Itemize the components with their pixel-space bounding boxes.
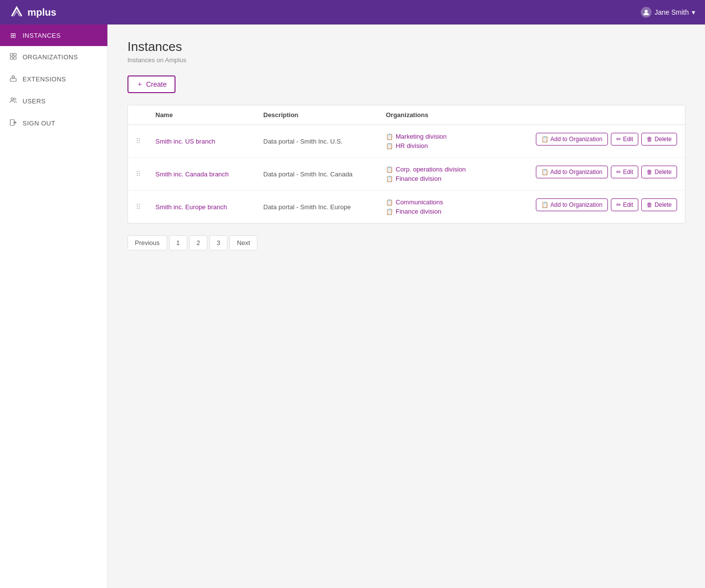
sidebar-item-instances[interactable]: ⊞ INSTANCES bbox=[0, 24, 107, 46]
edit-icon: ✏ bbox=[616, 201, 621, 208]
sidebar-item-organizations[interactable]: ORGANIZATIONS bbox=[0, 46, 107, 68]
add-org-icon: 📋 bbox=[541, 136, 549, 143]
table-row: ⠿ Smith inc. Canada branch Data portal -… bbox=[128, 158, 685, 191]
svg-rect-1 bbox=[10, 53, 13, 56]
org-icon: 📋 bbox=[386, 133, 393, 140]
delete-button[interactable]: 🗑 Delete bbox=[641, 166, 677, 178]
app-body: ⊞ INSTANCES ORGANIZATIONS EXTENSIONS USE… bbox=[0, 24, 705, 588]
drag-handle[interactable]: ⠿ bbox=[136, 203, 155, 211]
app-name: mplus bbox=[27, 7, 56, 18]
add-org-label: Add to Organization bbox=[551, 136, 603, 143]
delete-button[interactable]: 🗑 Delete bbox=[641, 133, 677, 146]
create-button[interactable]: ＋ Create bbox=[127, 75, 176, 93]
svg-point-6 bbox=[11, 98, 14, 100]
delete-label: Delete bbox=[655, 169, 672, 175]
instance-name-cell: Smith inc. Canada branch bbox=[155, 170, 263, 178]
edit-label: Edit bbox=[623, 169, 633, 175]
org-link[interactable]: 📋 Corp. operations division bbox=[386, 166, 466, 173]
create-button-label: Create bbox=[146, 80, 167, 88]
instance-name-link[interactable]: Smith inc. Canada branch bbox=[155, 171, 229, 178]
page-2-button[interactable]: 2 bbox=[189, 235, 207, 250]
edit-button[interactable]: ✏ Edit bbox=[611, 133, 639, 146]
sidebar-item-organizations-label: ORGANIZATIONS bbox=[23, 53, 78, 61]
add-to-org-button[interactable]: 📋 Add to Organization bbox=[536, 198, 608, 211]
org-name: Corp. operations division bbox=[396, 166, 466, 173]
add-org-label: Add to Organization bbox=[551, 169, 603, 175]
org-link[interactable]: 📋 Marketing division bbox=[386, 133, 447, 140]
org-name: Finance division bbox=[396, 208, 441, 215]
sidebar-item-signout-label: SIGN OUT bbox=[23, 120, 55, 127]
add-org-icon: 📋 bbox=[541, 201, 549, 208]
org-name: Marketing division bbox=[396, 133, 447, 140]
sidebar-item-signout[interactable]: SIGN OUT bbox=[0, 112, 107, 134]
description-cell: Data portal - Smith Inc. Canada bbox=[263, 171, 386, 178]
orgs-cell: 📋 Corp. operations division 📋 Finance di… bbox=[386, 166, 466, 182]
actions-cell: 📋 Add to Organization ✏ Edit 🗑 Delete bbox=[536, 166, 677, 178]
table-header: Name Description Organizations bbox=[128, 105, 685, 125]
org-name: Finance division bbox=[396, 175, 441, 182]
sidebar-item-instances-label: INSTANCES bbox=[23, 32, 61, 39]
dropdown-arrow: ▾ bbox=[692, 8, 695, 16]
edit-label: Edit bbox=[623, 201, 633, 208]
orgs-cell: 📋 Marketing division 📋 HR division bbox=[386, 133, 447, 149]
edit-icon: ✏ bbox=[616, 136, 621, 143]
add-to-org-button[interactable]: 📋 Add to Organization bbox=[536, 166, 608, 178]
delete-button[interactable]: 🗑 Delete bbox=[641, 198, 677, 211]
add-org-icon: 📋 bbox=[541, 169, 549, 175]
instances-icon: ⊞ bbox=[9, 31, 18, 39]
main-content: Instances Instances on Amplus ＋ Create N… bbox=[108, 24, 705, 588]
org-link[interactable]: 📋 HR division bbox=[386, 142, 447, 149]
instance-name-link[interactable]: Smith inc. Europe branch bbox=[155, 203, 227, 211]
edit-icon: ✏ bbox=[616, 169, 621, 175]
org-icon: 📋 bbox=[386, 166, 393, 173]
col-organizations: Organizations bbox=[386, 111, 677, 119]
create-plus-icon: ＋ bbox=[136, 80, 143, 89]
org-icon: 📋 bbox=[386, 143, 393, 149]
app-logo: mplus bbox=[10, 5, 56, 19]
org-icon: 📋 bbox=[386, 208, 393, 215]
actions-cell: 📋 Add to Organization ✏ Edit 🗑 Delete bbox=[536, 198, 677, 211]
description-cell: Data portal - Smith Inc. Europe bbox=[263, 203, 386, 211]
delete-label: Delete bbox=[655, 201, 672, 208]
orgs-cell: 📋 Communications 📋 Finance division bbox=[386, 198, 443, 215]
page-3-button[interactable]: 3 bbox=[209, 235, 227, 250]
signout-icon bbox=[9, 119, 18, 127]
sidebar: ⊞ INSTANCES ORGANIZATIONS EXTENSIONS USE… bbox=[0, 24, 108, 588]
page-1-button[interactable]: 1 bbox=[169, 235, 187, 250]
org-link[interactable]: 📋 Finance division bbox=[386, 175, 466, 182]
svg-rect-4 bbox=[14, 57, 16, 59]
delete-label: Delete bbox=[655, 136, 672, 143]
instance-name-link[interactable]: Smith inc. US branch bbox=[155, 138, 215, 145]
svg-rect-5 bbox=[10, 78, 16, 81]
delete-icon: 🗑 bbox=[647, 201, 653, 208]
org-link[interactable]: 📋 Finance division bbox=[386, 208, 443, 215]
edit-button[interactable]: ✏ Edit bbox=[611, 166, 639, 178]
previous-page-button[interactable]: Previous bbox=[127, 235, 167, 250]
svg-point-7 bbox=[14, 98, 16, 100]
table-row: ⠿ Smith inc. US branch Data portal - Smi… bbox=[128, 125, 685, 158]
page-title: Instances bbox=[127, 39, 685, 54]
actions-cell: 📋 Add to Organization ✏ Edit 🗑 Delete bbox=[536, 133, 677, 146]
org-name: HR division bbox=[396, 142, 428, 149]
users-icon bbox=[9, 97, 18, 105]
instance-name-cell: Smith inc. US branch bbox=[155, 137, 263, 146]
next-page-button[interactable]: Next bbox=[229, 235, 257, 250]
page-subtitle: Instances on Amplus bbox=[127, 56, 685, 64]
svg-rect-3 bbox=[10, 57, 13, 59]
org-icon: 📋 bbox=[386, 175, 393, 182]
table-row: ⠿ Smith inc. Europe branch Data portal -… bbox=[128, 191, 685, 223]
sidebar-item-users-label: USERS bbox=[23, 98, 46, 105]
description-cell: Data portal - Smith Inc. U.S. bbox=[263, 138, 386, 145]
edit-button[interactable]: ✏ Edit bbox=[611, 198, 639, 211]
instance-name-cell: Smith inc. Europe branch bbox=[155, 202, 263, 211]
drag-handle[interactable]: ⠿ bbox=[136, 137, 155, 145]
add-to-org-button[interactable]: 📋 Add to Organization bbox=[536, 133, 608, 146]
add-org-label: Add to Organization bbox=[551, 201, 603, 208]
org-name: Communications bbox=[396, 198, 443, 206]
sidebar-item-users[interactable]: USERS bbox=[0, 90, 107, 112]
sidebar-item-extensions[interactable]: EXTENSIONS bbox=[0, 68, 107, 90]
user-avatar-icon bbox=[641, 7, 652, 18]
user-menu[interactable]: Jane Smith ▾ bbox=[641, 7, 695, 18]
drag-handle[interactable]: ⠿ bbox=[136, 170, 155, 178]
org-link[interactable]: 📋 Communications bbox=[386, 198, 443, 206]
